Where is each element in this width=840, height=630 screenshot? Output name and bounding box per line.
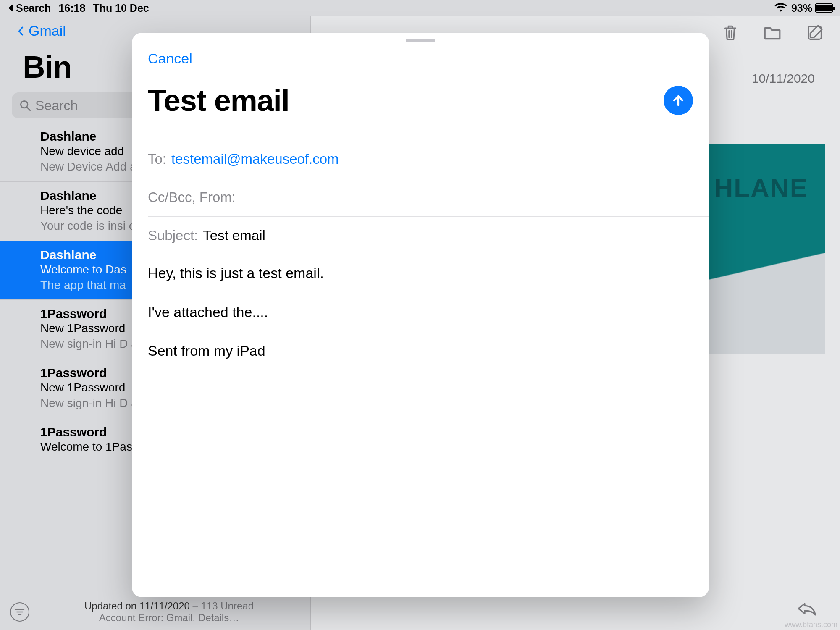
subject-label: Subject: [148,228,198,244]
watermark: www.bfans.com [785,620,837,629]
compose-title: Test email [148,83,289,118]
subject-value: Test email [203,228,265,244]
arrow-up-icon [671,93,685,108]
cancel-button[interactable]: Cancel [148,50,192,67]
to-value[interactable]: testemail@makeuseof.com [171,151,339,167]
compose-sheet: Cancel Test email To: testemail@makeuseo… [132,33,709,597]
to-label: To: [148,151,166,167]
sheet-grabber[interactable] [406,39,435,42]
send-button[interactable] [664,86,693,115]
to-field[interactable]: To: testemail@makeuseof.com [148,140,709,178]
ccbcc-field[interactable]: Cc/Bcc, From: [148,178,709,217]
subject-field[interactable]: Subject: Test email [148,217,709,255]
body-line-1: Hey, this is just a test email. [148,260,693,287]
body-signature: Sent from my iPad [148,337,693,365]
body-line-2: I've attached the.... [148,299,693,326]
ccbcc-label: Cc/Bcc, From: [148,189,236,205]
compose-body[interactable]: Hey, this is just a test email. I've att… [148,260,693,376]
